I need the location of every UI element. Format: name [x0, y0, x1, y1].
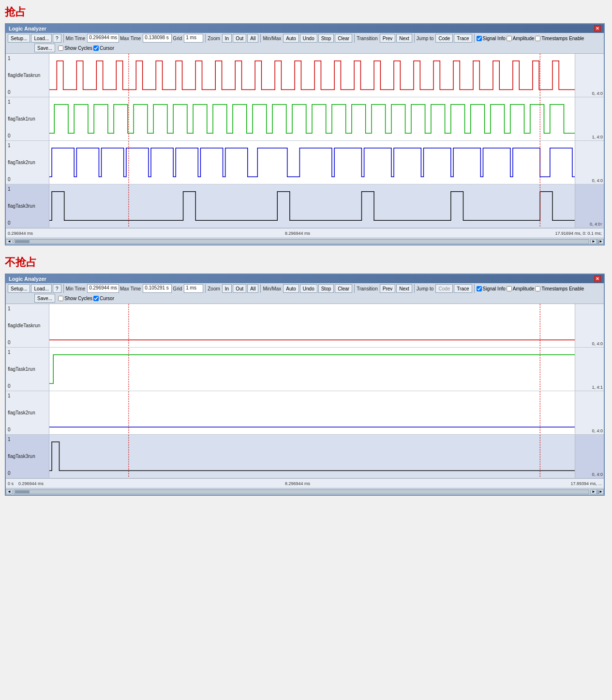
show-cycles-checkbox[interactable]	[58, 46, 63, 51]
signal-info-checkbox[interactable]	[477, 36, 482, 41]
grid-label: Grid	[173, 36, 182, 41]
cursor2-group: Cursor	[93, 296, 114, 301]
question-button[interactable]: ?	[53, 34, 61, 43]
signal3-label: 1 flagTask3run 0	[6, 184, 49, 228]
timeline1-mid: 8.296944 ms	[51, 231, 544, 236]
signal2-3-name: flagTask3run	[8, 454, 35, 459]
signal2-top: 1	[8, 143, 11, 148]
amplitude-label: Amplitude	[513, 36, 534, 41]
cursor2-checkbox[interactable]	[93, 296, 99, 301]
show-cycles2-group: Show Cycles	[58, 296, 92, 301]
analyzer1-scrollbar: ◄ ► |►	[6, 238, 604, 244]
scroll2-end[interactable]: |►	[597, 489, 604, 494]
jump-trace-button[interactable]: Trace	[454, 34, 472, 43]
timestamps-checkbox[interactable]	[535, 36, 540, 41]
save2-button[interactable]: Save...	[34, 294, 55, 303]
sep1	[63, 34, 64, 43]
zoom2-all-button[interactable]: All	[247, 284, 258, 293]
signal2-row-0: 1 flagIdleTaskrun 0 0, 4:0	[6, 304, 604, 348]
analyzer1-close[interactable]: ✕	[594, 25, 601, 32]
trans2-prev-button[interactable]: Prev	[380, 284, 396, 293]
zoom2-in-button[interactable]: In	[222, 284, 232, 293]
scroll-right[interactable]: ►	[590, 239, 597, 244]
jump-code-button[interactable]: Code	[435, 34, 453, 43]
signal-info2-checkbox[interactable]	[477, 286, 482, 291]
setup2-button[interactable]: Setup...	[8, 284, 30, 293]
signal-info-label: Signal Info	[483, 36, 506, 41]
sep2-6	[474, 284, 475, 293]
zoom2-out-button[interactable]: Out	[233, 284, 246, 293]
scroll-left[interactable]: ◄	[6, 239, 13, 244]
save-button[interactable]: Save...	[34, 44, 55, 52]
signal2-1-end: 1, 4:1	[575, 348, 604, 391]
signal2-2-label: 1 flagTask2run 0	[6, 391, 49, 434]
update-auto-button[interactable]: Auto	[283, 34, 299, 43]
update-undo-button[interactable]: Undo	[300, 34, 317, 43]
signal2-0-waveform	[49, 304, 575, 347]
signal1-label: 1 flagTask1run 0	[6, 97, 49, 140]
signal2-waveform	[49, 141, 575, 184]
signal2-3-end: 0, 4:0	[575, 435, 604, 478]
update2-clear-button[interactable]: Clear	[335, 284, 352, 293]
timeline2-mid: 8.296944 ms	[51, 481, 544, 486]
timestamps2-checkbox[interactable]	[535, 286, 540, 291]
scrollbar2-thumb[interactable]	[15, 490, 30, 493]
timeline2-start-ms: 0.296944 ms	[18, 481, 44, 486]
analyzer1-titlebar: Logic Analyzer ✕	[6, 24, 604, 33]
cursor-checkbox[interactable]	[93, 46, 99, 51]
analyzer2-close[interactable]: ✕	[594, 275, 601, 282]
update-clear-button[interactable]: Clear	[335, 34, 352, 43]
analyzer2-signal-area: 1 flagIdleTaskrun 0 0, 4:0 1 flagTask1ru…	[6, 304, 604, 478]
signal2-3-canvas	[49, 435, 575, 478]
signal2-0-canvas	[49, 304, 575, 347]
question2-button[interactable]: ?	[53, 284, 61, 293]
show-cycles2-checkbox[interactable]	[58, 296, 63, 301]
signal2-1-top: 1	[8, 350, 11, 355]
trans-next-button[interactable]: Next	[396, 34, 412, 43]
update-stop-button[interactable]: Stop	[318, 34, 334, 43]
zoom-in-button[interactable]: In	[222, 34, 232, 43]
load2-button[interactable]: Load...	[31, 284, 52, 293]
zoom-label: Zoom	[208, 36, 220, 41]
section2-title: 不抢占	[5, 255, 607, 270]
min-time2-value: 0.296944 ms	[87, 284, 119, 293]
signal2-0-end: 0, 4:0	[575, 304, 604, 347]
jump2-trace-button[interactable]: Trace	[454, 284, 472, 293]
amplitude-group: Amplitude	[507, 36, 534, 41]
scrollbar2-track[interactable]	[14, 489, 589, 494]
scrollbar-track[interactable]	[14, 239, 589, 244]
amplitude-checkbox[interactable]	[507, 36, 512, 41]
signal-info2-label: Signal Info	[483, 286, 506, 291]
min-time-value: 0.296944 ms	[87, 34, 119, 43]
scroll2-right[interactable]: ►	[590, 489, 597, 494]
setup-button[interactable]: Setup...	[8, 34, 30, 43]
timestamps2-group: Timestamps Enable	[535, 286, 584, 291]
signal1-bot: 0	[8, 133, 11, 138]
zoom-all-button[interactable]: All	[247, 34, 258, 43]
scrollbar-thumb[interactable]	[15, 240, 30, 243]
analyzer2-toolbar: Setup... Load... ? Min Time 0.296944 ms …	[6, 283, 604, 304]
zoom-out-button[interactable]: Out	[233, 34, 246, 43]
amplitude2-checkbox[interactable]	[507, 286, 512, 291]
load-button[interactable]: Load...	[31, 34, 52, 43]
sep2-5	[414, 284, 415, 293]
signal2-2-bot: 0	[8, 427, 11, 432]
transition2-label: Transition	[357, 286, 378, 291]
signal2-bot: 0	[8, 177, 11, 182]
trans2-next-button[interactable]: Next	[396, 284, 412, 293]
signal2-2-waveform	[49, 391, 575, 434]
analyzer2: Logic Analyzer ✕ Setup... Load... ? Min …	[5, 274, 605, 496]
scroll2-left[interactable]: ◄	[6, 489, 13, 494]
scroll-end[interactable]: |►	[597, 239, 604, 244]
trans-prev-button[interactable]: Prev	[380, 34, 396, 43]
min-time-label: Min Time	[66, 36, 86, 41]
jump2-code-button[interactable]: Code	[435, 284, 453, 293]
signal2-1-bot: 0	[8, 383, 11, 389]
update2-undo-button[interactable]: Undo	[300, 284, 317, 293]
update2-auto-button[interactable]: Auto	[283, 284, 299, 293]
update2-stop-button[interactable]: Stop	[318, 284, 334, 293]
analyzer2-title: Logic Analyzer	[9, 276, 46, 282]
signal1-waveform	[49, 97, 575, 140]
sep3	[260, 34, 261, 43]
cursor-label: Cursor	[100, 46, 114, 51]
